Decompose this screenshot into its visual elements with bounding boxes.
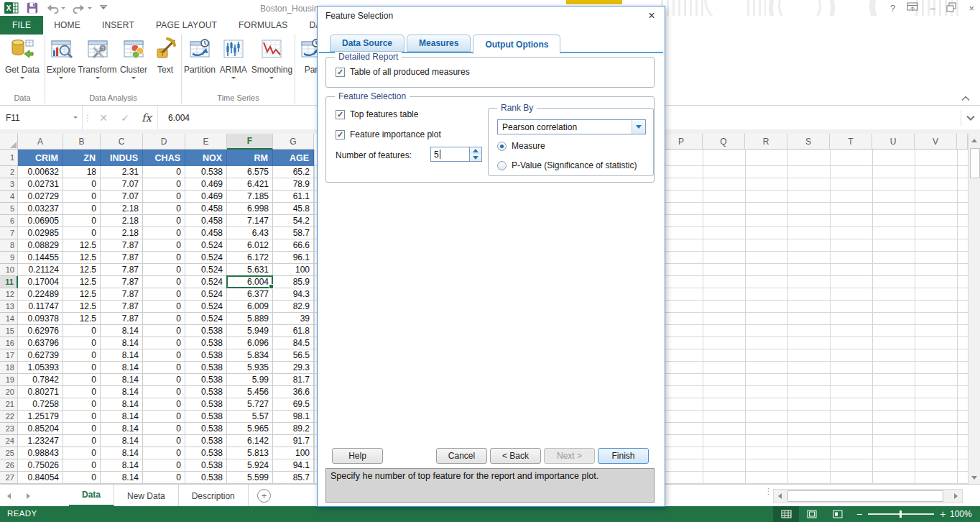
row-header-2[interactable]: 2: [0, 166, 18, 178]
cell[interactable]: 7.07: [101, 191, 143, 203]
name-box[interactable]: F11: [0, 106, 69, 129]
page-break-view-icon[interactable]: [825, 506, 851, 522]
cell[interactable]: 7.185: [227, 191, 273, 203]
row-header-18[interactable]: 18: [0, 362, 18, 374]
cell[interactable]: 0: [63, 447, 101, 459]
cell[interactable]: 36.6: [273, 386, 314, 398]
cell[interactable]: 6.421: [227, 178, 273, 191]
help-icon[interactable]: ?: [890, 3, 895, 14]
cell[interactable]: 8.14: [101, 362, 143, 374]
row-header-20[interactable]: 20: [0, 386, 18, 398]
cell[interactable]: 0.03237: [18, 203, 63, 215]
row-header-12[interactable]: 12: [0, 288, 18, 301]
cell[interactable]: 0: [63, 178, 101, 191]
qat-customize-icon[interactable]: [99, 4, 108, 12]
get-data-button[interactable]: Get Data: [4, 37, 41, 79]
cell[interactable]: 56.5: [273, 349, 314, 362]
cell[interactable]: 54.2: [273, 215, 314, 227]
cell[interactable]: 8.14: [101, 386, 143, 398]
redo-icon[interactable]: [73, 2, 92, 14]
column-header-B[interactable]: B: [63, 134, 101, 150]
cell[interactable]: 5.889: [227, 313, 273, 325]
scroll-right-icon[interactable]: [950, 490, 962, 503]
add-sheet-button[interactable]: +: [257, 489, 271, 503]
cell[interactable]: 5.631: [227, 264, 273, 276]
cell[interactable]: 7.87: [101, 313, 143, 325]
cell[interactable]: 6.998: [227, 203, 273, 215]
cell[interactable]: 0.458: [185, 227, 227, 239]
cell[interactable]: 0.06905: [18, 215, 63, 227]
cell[interactable]: 0.14455: [18, 252, 63, 264]
cell[interactable]: 0.98843: [18, 447, 63, 459]
transform-button[interactable]: Transform: [77, 37, 118, 79]
ribbon-tab-formulas[interactable]: FORMULAS: [228, 16, 298, 35]
zoom-slider[interactable]: [868, 513, 934, 515]
cell[interactable]: 0: [63, 459, 101, 472]
cell[interactable]: 7.87: [101, 301, 143, 313]
cell[interactable]: 2.18: [101, 203, 143, 215]
cell[interactable]: 0.538: [185, 386, 227, 398]
cell[interactable]: 0.538: [185, 337, 227, 349]
cell[interactable]: 0.538: [185, 472, 227, 484]
redo-dropdown-icon[interactable]: [88, 7, 92, 9]
cell[interactable]: 0: [63, 203, 101, 215]
ribbon-tab-file[interactable]: FILE: [0, 16, 43, 35]
cell[interactable]: 94.3: [273, 288, 314, 301]
cell[interactable]: 0.538: [185, 459, 227, 472]
spin-up-icon[interactable]: [470, 147, 481, 155]
dialog-close-icon[interactable]: ×: [644, 9, 659, 23]
ribbon-tab-page-layout[interactable]: PAGE LAYOUT: [145, 16, 228, 35]
cell[interactable]: 61.8: [273, 325, 314, 337]
cell[interactable]: 0.02731: [18, 178, 63, 191]
cell[interactable]: 0: [143, 411, 185, 423]
cell[interactable]: 8.14: [101, 447, 143, 459]
cell[interactable]: 1.25179: [18, 411, 63, 423]
row-header-26[interactable]: 26: [0, 459, 18, 472]
vertical-scrollbar[interactable]: [968, 134, 980, 484]
cell[interactable]: 5.965: [227, 423, 273, 435]
ribbon-tab-home[interactable]: HOME: [43, 16, 91, 35]
cell[interactable]: 69.5: [273, 398, 314, 411]
cell[interactable]: 58.7: [273, 227, 314, 239]
tab-data-source[interactable]: Data Source: [330, 35, 405, 52]
zoom-percentage[interactable]: 100%: [950, 509, 972, 519]
cell[interactable]: 0.524: [185, 301, 227, 313]
cell[interactable]: 0.85204: [18, 423, 63, 435]
cell[interactable]: 1.05393: [18, 362, 63, 374]
row-header-15[interactable]: 15: [0, 325, 18, 337]
vertical-scrollbar-thumb[interactable]: [970, 148, 980, 178]
cell[interactable]: 8.14: [101, 398, 143, 411]
cell[interactable]: 0.469: [185, 178, 227, 191]
cell[interactable]: 0.538: [185, 423, 227, 435]
row-header-3[interactable]: 3: [0, 178, 18, 191]
partition-button[interactable]: Partition: [182, 37, 217, 79]
cell[interactable]: 45.8: [273, 203, 314, 215]
checkbox-icon[interactable]: ✓: [336, 68, 345, 77]
cell[interactable]: 5.456: [227, 386, 273, 398]
dropdown-arrow-icon[interactable]: [269, 77, 274, 79]
cell[interactable]: 0.538: [185, 398, 227, 411]
cell[interactable]: 5.57: [227, 411, 273, 423]
row-header-24[interactable]: 24: [0, 435, 18, 447]
cell[interactable]: 65.2: [273, 166, 314, 178]
row-header-21[interactable]: 21: [0, 398, 18, 411]
cell[interactable]: 8.14: [101, 472, 143, 484]
measure-radio[interactable]: Measure: [497, 141, 545, 151]
cell[interactable]: 0.84054: [18, 472, 63, 484]
cell[interactable]: 7.87: [101, 288, 143, 301]
number-of-features-input[interactable]: 5: [430, 147, 482, 162]
row-header-9[interactable]: 9: [0, 252, 18, 264]
column-header-D[interactable]: D: [143, 134, 185, 150]
cell[interactable]: 0: [63, 337, 101, 349]
scroll-down-icon[interactable]: [969, 471, 980, 484]
cell[interactable]: 98.1: [273, 411, 314, 423]
cell[interactable]: 5.834: [227, 349, 273, 362]
cell[interactable]: 0: [143, 459, 185, 472]
cell[interactable]: 0: [63, 386, 101, 398]
explore-button[interactable]: Explore: [45, 37, 77, 79]
cell[interactable]: 0.62739: [18, 349, 63, 362]
cell[interactable]: 0.524: [185, 313, 227, 325]
prev-sheet-icon[interactable]: [7, 493, 11, 499]
cell[interactable]: 0.02729: [18, 191, 63, 203]
cell[interactable]: 0: [143, 252, 185, 264]
